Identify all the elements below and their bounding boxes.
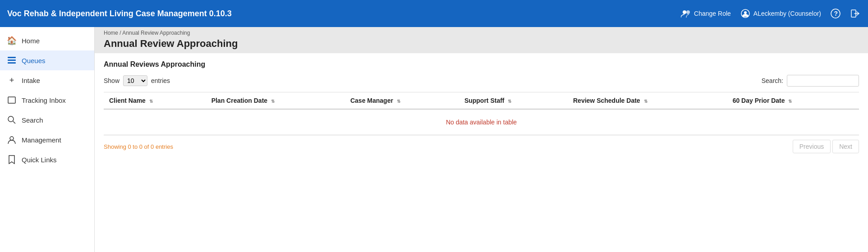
next-button[interactable]: Next xyxy=(832,140,859,153)
sort-icon-client-name: ⇅ xyxy=(149,99,153,104)
col-support-staff[interactable]: Support Staff ⇅ xyxy=(459,92,568,110)
sidebar-item-search-label: Search xyxy=(22,116,43,124)
help-icon: ? xyxy=(830,8,841,19)
col-plan-creation-date[interactable]: Plan Creation Date ⇅ xyxy=(206,92,345,110)
pagination-buttons: Previous Next xyxy=(793,140,859,153)
main-layout: 🏠 Home Queues + Intake Tracking xyxy=(0,27,868,252)
tracking-inbox-icon xyxy=(7,96,16,105)
search-input[interactable] xyxy=(787,75,859,87)
svg-point-0 xyxy=(683,10,686,14)
sidebar-item-queues[interactable]: Queues xyxy=(0,50,94,70)
svg-rect-10 xyxy=(8,97,15,103)
quick-links-icon xyxy=(7,155,16,164)
main-content: Annual Reviews Approaching Show 10 25 50… xyxy=(95,53,868,252)
sidebar-item-quick-links-label: Quick Links xyxy=(22,156,57,164)
sort-icon-review-schedule-date: ⇅ xyxy=(644,99,648,104)
help-button[interactable]: ? xyxy=(830,8,841,19)
svg-point-1 xyxy=(686,10,690,14)
change-role-label: Change Role xyxy=(694,10,731,17)
breadcrumb-bar: Home / Annual Review Approaching Annual … xyxy=(95,27,868,53)
search-area: Search: xyxy=(762,75,859,87)
data-table: Client Name ⇅ Plan Creation Date ⇅ Case … xyxy=(104,92,859,135)
intake-icon: + xyxy=(7,76,16,85)
sidebar-item-tracking-inbox[interactable]: Tracking Inbox xyxy=(0,90,94,110)
user-icon xyxy=(740,8,751,19)
table-header-row: Client Name ⇅ Plan Creation Date ⇅ Case … xyxy=(104,92,859,110)
sidebar-item-intake[interactable]: + Intake xyxy=(0,70,94,90)
col-case-manager[interactable]: Case Manager ⇅ xyxy=(345,92,459,110)
management-icon xyxy=(7,135,16,144)
app-title: Voc Rehab & Independent Living Case Mana… xyxy=(7,9,232,18)
sidebar-item-search[interactable]: Search xyxy=(0,110,94,130)
col-60-day-prior-date[interactable]: 60 Day Prior Date ⇅ xyxy=(727,92,859,110)
logout-icon xyxy=(850,8,861,19)
svg-line-12 xyxy=(13,121,15,124)
sidebar-item-home[interactable]: 🏠 Home xyxy=(0,31,94,50)
logout-button[interactable] xyxy=(850,8,861,19)
entries-label: entries xyxy=(151,77,170,84)
show-entries-control: Show 10 25 50 100 entries xyxy=(104,75,170,86)
app-header: Voc Rehab & Independent Living Case Mana… xyxy=(0,0,868,27)
search-nav-icon xyxy=(7,115,16,124)
breadcrumb: Home / Annual Review Approaching xyxy=(104,30,859,36)
sort-icon-60-day-prior-date: ⇅ xyxy=(788,99,792,104)
section-title: Annual Reviews Approaching xyxy=(104,60,859,69)
entries-select[interactable]: 10 25 50 100 xyxy=(123,75,147,86)
sidebar: 🏠 Home Queues + Intake Tracking xyxy=(0,27,95,252)
svg-rect-9 xyxy=(8,62,16,64)
svg-text:?: ? xyxy=(834,10,838,17)
sort-icon-case-manager: ⇅ xyxy=(397,99,400,104)
svg-rect-7 xyxy=(8,57,16,58)
queues-icon xyxy=(7,56,16,65)
user-label: ALeckemby (Counselor) xyxy=(753,10,821,17)
home-icon: 🏠 xyxy=(7,36,16,45)
sort-icon-support-staff: ⇅ xyxy=(508,99,511,104)
sidebar-item-quick-links[interactable]: Quick Links xyxy=(0,150,94,170)
svg-point-13 xyxy=(10,137,14,140)
svg-point-3 xyxy=(744,11,747,14)
user-menu-button[interactable]: ALeckemby (Counselor) xyxy=(740,8,821,19)
sidebar-item-intake-label: Intake xyxy=(22,77,40,84)
svg-rect-8 xyxy=(8,60,16,61)
sidebar-item-home-label: Home xyxy=(22,37,40,45)
col-review-schedule-date[interactable]: Review Schedule Date ⇅ xyxy=(568,92,727,110)
sidebar-item-management-label: Management xyxy=(22,136,61,144)
show-label: Show xyxy=(104,77,119,84)
no-data-row: No data available in table xyxy=(104,109,859,135)
table-controls: Show 10 25 50 100 entries Search: xyxy=(104,75,859,87)
change-role-button[interactable]: Change Role xyxy=(680,8,731,19)
sidebar-item-queues-label: Queues xyxy=(22,57,46,64)
content-area: Home / Annual Review Approaching Annual … xyxy=(95,27,868,252)
pagination-bar: Showing 0 to 0 of 0 entries Previous Nex… xyxy=(104,140,859,153)
sidebar-item-management[interactable]: Management xyxy=(0,130,94,150)
previous-button[interactable]: Previous xyxy=(793,140,831,153)
search-label: Search: xyxy=(762,77,783,84)
showing-info: Showing 0 to 0 of 0 entries xyxy=(104,143,173,150)
header-actions: Change Role ALeckemby (Counselor) ? xyxy=(680,8,861,19)
change-role-icon xyxy=(680,8,691,19)
sort-icon-plan-creation-date: ⇅ xyxy=(271,99,275,104)
col-client-name[interactable]: Client Name ⇅ xyxy=(104,92,206,110)
page-title: Annual Review Approaching xyxy=(104,36,859,53)
sidebar-item-tracking-inbox-label: Tracking Inbox xyxy=(22,96,66,104)
no-data-message: No data available in table xyxy=(104,109,859,135)
svg-point-11 xyxy=(8,116,14,122)
